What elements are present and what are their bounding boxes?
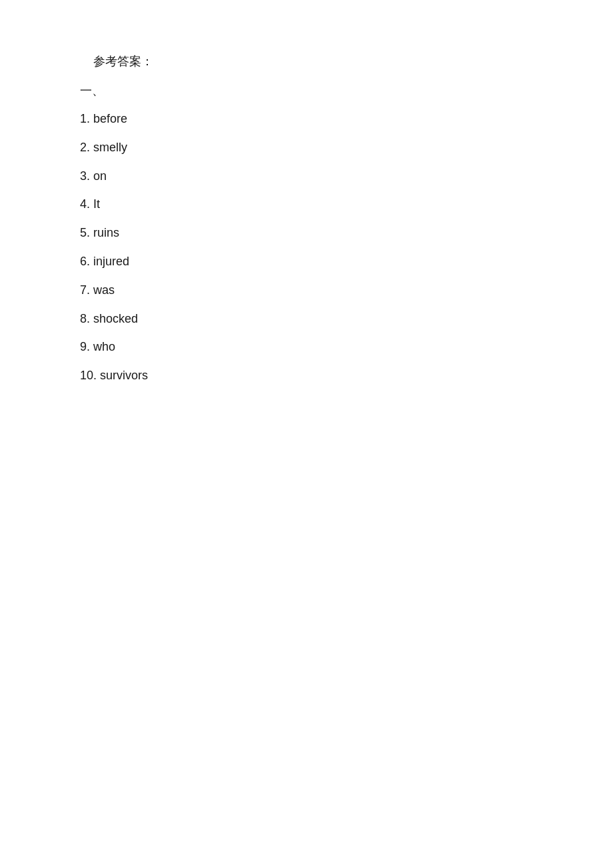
answer-list: 1. before2. smelly3. on4. It5. ruins6. i… <box>80 109 533 385</box>
answer-item-5: 5. ruins <box>80 223 533 243</box>
answer-item-3: 3. on <box>80 167 533 186</box>
answer-item-6: 6. injured <box>80 252 533 271</box>
answer-item-8: 8. shocked <box>80 309 533 329</box>
answer-item-2: 2. smelly <box>80 138 533 157</box>
answer-item-1: 1. before <box>80 109 533 129</box>
section-header: 一、 <box>80 83 533 99</box>
page-container: 参考答案： 一、 1. before2. smelly3. on4. It5. … <box>0 0 613 868</box>
answer-item-10: 10. survivors <box>80 366 533 385</box>
answer-item-7: 7. was <box>80 281 533 300</box>
answer-item-9: 9. who <box>80 337 533 357</box>
page-title: 参考答案： <box>93 53 533 69</box>
answer-item-4: 4. It <box>80 195 533 214</box>
